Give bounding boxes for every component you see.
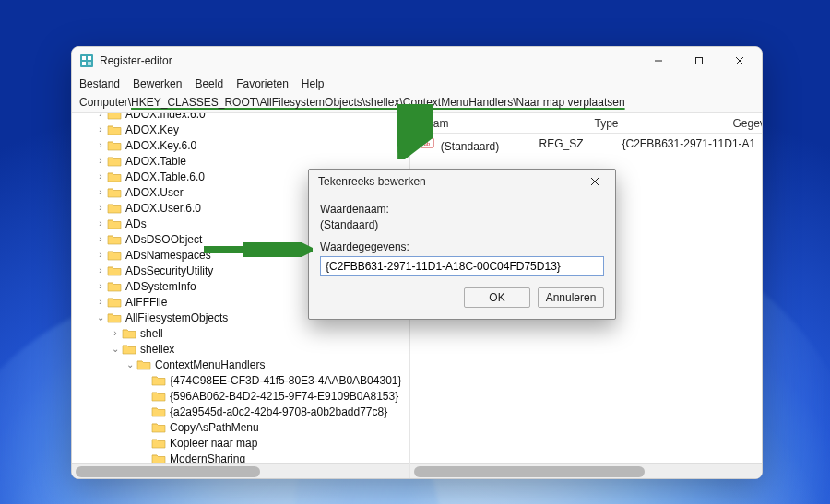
folder-icon — [107, 232, 122, 247]
folder-icon — [107, 170, 122, 184]
ok-button[interactable]: OK — [464, 287, 530, 308]
dialog-title: Tekenreeks bewerken — [318, 175, 578, 188]
string-value-icon: ab — [420, 135, 434, 150]
folder-icon — [107, 279, 122, 294]
menu-edit[interactable]: Bewerken — [133, 77, 182, 90]
svg-text:ab: ab — [423, 140, 430, 147]
tree-item-label: Kopieer naar map — [170, 437, 257, 450]
folder-icon — [151, 389, 166, 404]
col-data[interactable]: Gegevens — [733, 117, 764, 130]
folder-icon — [107, 201, 122, 216]
folder-icon — [151, 420, 166, 435]
value-data-input[interactable] — [320, 256, 604, 276]
tree-item-label: {474C98EE-CF3D-41f5-80E3-4AAB0AB04301} — [170, 374, 402, 387]
expand-icon[interactable]: › — [94, 265, 107, 275]
expand-icon[interactable]: › — [94, 124, 107, 135]
tree-item-label: ADSystemInfo — [125, 280, 196, 293]
folder-icon — [107, 248, 122, 263]
scroll-thumb[interactable] — [414, 466, 645, 477]
tree-item[interactable]: ›ADOX.Table — [72, 153, 409, 169]
close-button[interactable] — [719, 47, 760, 75]
tree-item-label: ADOX.Table.6.0 — [125, 170, 205, 183]
tree-item-label: ADOX.User — [125, 186, 184, 199]
expand-icon[interactable]: › — [94, 113, 107, 119]
tree-hscrollbar[interactable] — [72, 463, 409, 478]
address-path: HKEY_CLASSES_ROOT\AllFilesystemObjects\s… — [131, 96, 625, 109]
folder-icon — [136, 357, 151, 372]
expand-icon[interactable]: › — [94, 203, 107, 213]
tree-item[interactable]: ›ADOX.Key — [72, 122, 409, 137]
tree-item-label: ADsNamespaces — [125, 249, 211, 262]
menu-favorites[interactable]: Favorieten — [236, 77, 289, 90]
dialog-close-button[interactable] — [578, 170, 611, 193]
tree-item-label: ADsSecurityUtility — [125, 264, 213, 277]
tree-item-label: {596AB062-B4D2-4215-9F74-E9109B0A8153} — [170, 390, 398, 403]
folder-icon — [107, 138, 122, 153]
expand-icon[interactable]: › — [94, 218, 107, 229]
folder-icon — [122, 342, 136, 357]
tree-item-label: CopyAsPathMenu — [170, 421, 259, 434]
cancel-button[interactable]: Annuleren — [538, 287, 604, 308]
expand-icon[interactable]: › — [94, 297, 107, 307]
tree-item-label: ADOX.Table — [125, 155, 186, 168]
value-name: (Standaard) — [441, 140, 499, 153]
tree-item-label: {a2a9545d-a0c2-42b4-9708-a0b2badd77c8} — [170, 405, 387, 418]
tree-item[interactable]: ›shell — [72, 325, 409, 341]
collapse-icon[interactable]: ⌄ — [94, 312, 107, 322]
folder-icon — [151, 451, 166, 464]
folder-icon — [151, 373, 166, 388]
tree-item[interactable]: {596AB062-B4D2-4215-9F74-E9109B0A8153} — [72, 388, 409, 404]
tree-item[interactable]: Kopieer naar map — [72, 435, 409, 451]
folder-icon — [107, 311, 122, 325]
address-prefix: Computer\ — [79, 96, 131, 109]
values-header: Naam Type Gegevens — [410, 113, 764, 134]
folder-icon — [151, 404, 166, 419]
col-name[interactable]: Naam — [420, 117, 540, 130]
value-data: {C2FBB631-2971-11D1-A1 — [622, 137, 764, 150]
maximize-button[interactable] — [679, 47, 719, 75]
tree-item-label: ADs — [125, 217, 147, 230]
expand-icon[interactable]: › — [94, 281, 107, 291]
collapse-icon[interactable]: ⌄ — [109, 344, 122, 354]
expand-icon[interactable]: › — [94, 171, 107, 182]
tree-item-label: ADsDSOObject — [125, 233, 202, 246]
collapse-icon[interactable]: ⌄ — [124, 359, 136, 369]
minimize-button[interactable] — [638, 47, 679, 75]
tree-item[interactable]: ›ADOX.Index.6.0 — [72, 113, 409, 122]
tree-item[interactable]: ModernSharing — [72, 451, 409, 463]
expand-icon[interactable]: › — [94, 140, 107, 150]
app-icon — [79, 53, 94, 68]
col-type[interactable]: Type — [595, 117, 678, 130]
address-bar[interactable]: Computer\HKEY_CLASSES_ROOT\AllFilesystem… — [72, 93, 762, 113]
expand-icon[interactable]: › — [94, 250, 107, 260]
menubar: Bestand Bewerken Beeld Favorieten Help — [72, 75, 762, 93]
menu-view[interactable]: Beeld — [195, 77, 223, 90]
window-title: Register-editor — [100, 54, 172, 67]
svg-rect-4 — [88, 62, 91, 65]
tree-item-label: ContextMenuHandlers — [155, 358, 265, 371]
edit-string-dialog: Tekenreeks bewerken Waardenaam: (Standaa… — [308, 169, 616, 320]
value-type: REG_SZ — [540, 137, 622, 150]
scroll-thumb[interactable] — [76, 466, 260, 477]
tree-item-label: ModernSharing — [170, 452, 245, 464]
value-row[interactable]: ab (Standaard) REG_SZ {C2FBB631-2971-11D… — [420, 135, 764, 152]
dialog-body: Waardenaam: (Standaard) Waardegegevens: … — [309, 193, 615, 319]
tree-item[interactable]: ›ADOX.Key.6.0 — [72, 137, 409, 153]
expand-icon[interactable]: › — [94, 187, 107, 197]
values-hscrollbar[interactable] — [410, 463, 764, 478]
value-name-static: (Standaard) — [320, 218, 604, 231]
menu-help[interactable]: Help — [302, 77, 325, 90]
expand-icon[interactable]: › — [109, 328, 122, 338]
tree-item[interactable]: CopyAsPathMenu — [72, 419, 409, 435]
tree-item[interactable]: {474C98EE-CF3D-41f5-80E3-4AAB0AB04301} — [72, 372, 409, 388]
expand-icon[interactable]: › — [94, 234, 107, 244]
svg-rect-6 — [696, 58, 703, 64]
folder-icon — [107, 154, 122, 169]
tree-item[interactable]: ⌄ContextMenuHandlers — [72, 357, 409, 372]
tree-item[interactable]: {a2a9545d-a0c2-42b4-9708-a0b2badd77c8} — [72, 404, 409, 419]
svg-rect-3 — [82, 62, 86, 65]
tree-item[interactable]: ⌄shellex — [72, 341, 409, 357]
tree-item-label: ADOX.Key.6.0 — [125, 139, 196, 152]
menu-file[interactable]: Bestand — [79, 77, 120, 90]
expand-icon[interactable]: › — [94, 156, 107, 166]
